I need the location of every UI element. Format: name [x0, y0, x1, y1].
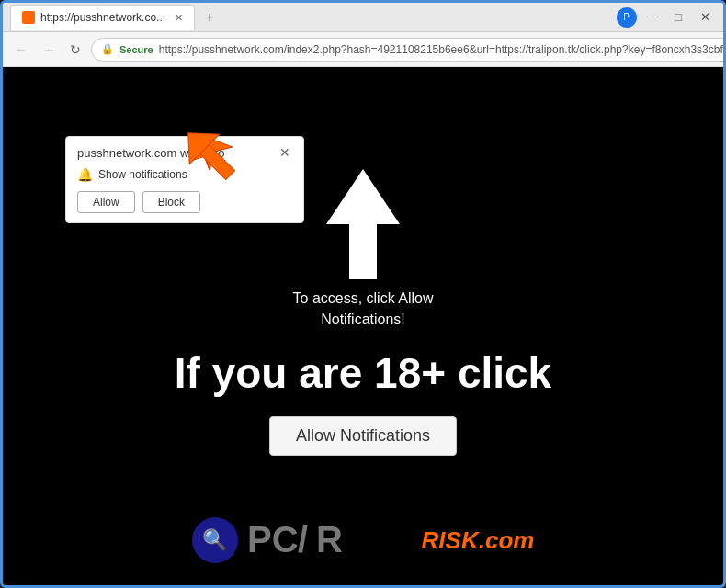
secure-icon: 🔒 [101, 43, 114, 55]
window-controls: P − □ ✕ [617, 7, 716, 28]
age-text: If you are 18+ click [175, 348, 551, 398]
risk-text-container: RISK.com [422, 526, 535, 555]
address-bar: ← → ↻ 🔒 Secure https://pusshnetwork.com/… [3, 32, 723, 67]
tab-favicon [22, 11, 35, 24]
svg-text:R: R [316, 519, 343, 560]
url-text: https://pusshnetwork.com/index2.php?hash… [159, 43, 726, 56]
pcrisk-icon [192, 517, 238, 563]
forward-button[interactable]: → [38, 40, 60, 59]
allow-notifications-button[interactable]: Allow Notifications [269, 416, 457, 456]
up-arrow [326, 169, 400, 279]
arrow-shaft [349, 224, 377, 279]
secure-label: Secure [119, 44, 153, 55]
risk-label: RISK.com [422, 526, 535, 555]
svg-rect-2 [199, 144, 234, 179]
bottom-logo: PC / R RISK.com [3, 514, 723, 567]
allow-button[interactable]: Allow [77, 191, 135, 213]
maximize-button[interactable]: □ [669, 8, 687, 26]
active-tab[interactable]: https://pusshnetwork.co... ✕ [10, 5, 195, 30]
title-bar: https://pusshnetwork.co... ✕ + P − □ ✕ [3, 3, 723, 32]
close-button[interactable]: ✕ [695, 8, 716, 26]
profile-icon[interactable]: P [617, 7, 637, 28]
popup-close-button[interactable]: ✕ [278, 146, 292, 159]
arrow-head [326, 169, 400, 224]
minimize-button[interactable]: − [644, 8, 663, 26]
url-field[interactable]: 🔒 Secure https://pusshnetwork.com/index2… [91, 38, 726, 62]
browser-window: https://pusshnetwork.co... ✕ + P − □ ✕ ←… [0, 0, 726, 588]
svg-text:/: / [298, 519, 308, 560]
refresh-button[interactable]: ↻ [65, 40, 85, 59]
tab-label: https://pusshnetwork.co... [40, 11, 165, 24]
pcrisk-text: PC / R [247, 514, 413, 567]
tab-close-button[interactable]: ✕ [175, 12, 183, 24]
page-content: pusshnetwork.com wants to ✕ 🔔 Show notif… [3, 67, 723, 585]
bell-icon: 🔔 [77, 167, 93, 182]
new-tab-button[interactable]: + [199, 6, 221, 28]
orange-arrow-svg [173, 118, 255, 204]
svg-text:PC: PC [247, 519, 299, 560]
back-button[interactable]: ← [10, 40, 32, 59]
access-text: To access, click AllowNotifications! [293, 288, 434, 330]
